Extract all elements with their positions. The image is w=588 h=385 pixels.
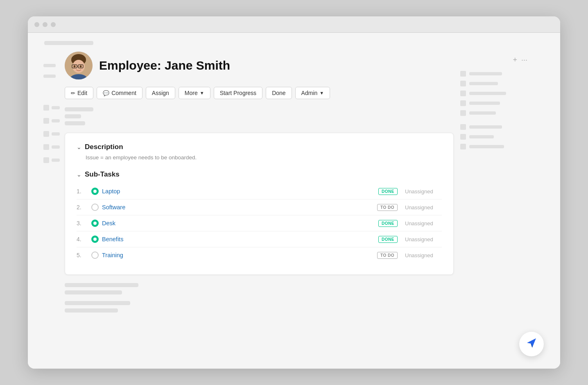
traffic-light-max[interactable] [51, 22, 56, 27]
subtask-name-2[interactable]: Software [102, 204, 374, 211]
subtask-num-3: 3. [77, 220, 88, 226]
page-header: Employee: Jane Smith [65, 52, 454, 79]
subtask-status-icon-1 [91, 188, 99, 195]
right-skel-row [460, 124, 527, 130]
page-title: Employee: Jane Smith [99, 59, 230, 72]
more-button[interactable]: More ▼ [179, 87, 210, 99]
top-skeleton-area [44, 41, 544, 45]
comment-label: Comment [111, 90, 136, 96]
subtask-name-5[interactable]: Training [102, 252, 374, 258]
subtask-name-1[interactable]: Laptop [102, 188, 375, 195]
avatar [65, 52, 93, 79]
more-label: More [185, 90, 198, 96]
admin-label: Admin [301, 90, 318, 96]
subtask-assignee-2: Unassigned [405, 204, 442, 211]
description-title: Description [85, 143, 123, 151]
skeleton-breadcrumb [44, 41, 93, 45]
traffic-light-close[interactable] [34, 22, 39, 27]
description-text: Issue = an employee needs to be onboarde… [86, 154, 442, 161]
fab-send-icon [526, 337, 537, 351]
table-row: 5. Training TO DO Unassigned [77, 247, 442, 263]
done-button[interactable]: Done [266, 87, 292, 99]
subtask-list: 1. Laptop DONE Unassigned 2. Software [77, 183, 442, 263]
sidebar-skel-7 [40, 157, 65, 163]
chevron-down-icon: ▼ [200, 91, 204, 95]
traffic-light-min[interactable] [43, 22, 47, 27]
subtask-status-icon-3 [91, 220, 99, 227]
main-card: ⌄ Description Issue = an employee needs … [65, 133, 454, 275]
status-badge-1: DONE [378, 188, 398, 195]
sidebar-skel-3 [40, 105, 65, 111]
subtasks-chevron-icon[interactable]: ⌄ [77, 171, 81, 178]
subtask-name-4[interactable]: Benefits [102, 236, 375, 242]
more-dots-icon[interactable]: ··· [521, 56, 527, 64]
subtask-assignee-3: Unassigned [405, 220, 442, 226]
edit-button[interactable]: ✏ Edit [65, 87, 93, 99]
right-skel-row [460, 100, 527, 106]
status-badge-3: DONE [378, 220, 398, 227]
right-sidebar: + ··· [454, 52, 527, 313]
description-section-header: ⌄ Description [77, 143, 442, 151]
status-badge-5: TO DO [377, 252, 398, 259]
chevron-down-admin-icon: ▼ [319, 91, 324, 95]
toolbar-skeleton [65, 107, 454, 125]
subtask-assignee-1: Unassigned [405, 188, 442, 195]
table-row: 4. Benefits DONE Unassigned [77, 231, 442, 247]
sidebar-skel-4 [40, 118, 65, 124]
done-label: Done [272, 90, 285, 96]
subtask-status-icon-5 [91, 251, 99, 259]
admin-button[interactable]: Admin ▼ [295, 87, 330, 99]
comment-icon: 💬 [103, 90, 109, 96]
browser-content: Employee: Jane Smith ✏ Edit 💬 Comment As… [28, 33, 560, 369]
subtask-num-1: 1. [77, 188, 88, 195]
bottom-skeleton [65, 283, 454, 294]
subtask-assignee-4: Unassigned [405, 236, 442, 242]
pencil-icon: ✏ [71, 90, 75, 96]
right-skel-row [460, 71, 527, 77]
subtask-assignee-5: Unassigned [405, 252, 442, 258]
right-skel-row [460, 110, 527, 116]
subtasks-section-header: ⌄ Sub-Tasks [77, 170, 442, 179]
plus-icon[interactable]: + [513, 56, 517, 64]
subtask-num-4: 4. [77, 236, 88, 242]
subtasks-title: Sub-Tasks [85, 170, 120, 179]
description-chevron-icon[interactable]: ⌄ [77, 144, 81, 150]
left-sidebar [40, 52, 65, 313]
subtask-status-icon-4 [91, 236, 99, 243]
fab-button[interactable] [519, 332, 544, 356]
subtask-status-icon-2 [91, 204, 99, 211]
right-skel-row [460, 81, 527, 86]
right-skel-row [460, 91, 527, 96]
comment-button[interactable]: 💬 Comment [97, 87, 142, 99]
start-progress-label: Start Progress [220, 90, 256, 96]
right-skel-row [460, 144, 527, 149]
edit-label: Edit [77, 90, 87, 96]
sidebar-skel-5 [40, 131, 65, 137]
right-skel-group-1 [460, 71, 527, 116]
sidebar-skel-2 [40, 75, 65, 78]
table-row: 3. Desk DONE Unassigned [77, 215, 442, 231]
subtask-num-5: 5. [77, 252, 88, 258]
browser-window: Employee: Jane Smith ✏ Edit 💬 Comment As… [28, 16, 560, 369]
table-row: 1. Laptop DONE Unassigned [77, 183, 442, 199]
right-side-actions: + ··· [460, 56, 527, 64]
subtasks-section: ⌄ Sub-Tasks 1. Laptop DONE Unassigned [77, 170, 442, 263]
browser-titlebar [28, 16, 560, 33]
sidebar-skel-6 [40, 144, 65, 150]
status-badge-4: DONE [378, 236, 398, 243]
subtask-name-3[interactable]: Desk [102, 220, 375, 226]
assign-label: Assign [152, 90, 169, 96]
page-title-text: Employee: Jane Smith [99, 59, 230, 72]
right-skel-row [460, 134, 527, 140]
svg-point-7 [80, 66, 82, 68]
assign-button[interactable]: Assign [146, 87, 175, 99]
subtask-num-2: 2. [77, 204, 88, 211]
bottom-skeleton-2 [65, 301, 454, 313]
svg-point-6 [74, 66, 76, 68]
start-progress-button[interactable]: Start Progress [214, 87, 262, 99]
right-skel-group-2 [460, 124, 527, 149]
table-row: 2. Software TO DO Unassigned [77, 199, 442, 215]
toolbar: ✏ Edit 💬 Comment Assign More ▼ [65, 87, 454, 99]
sidebar-skel-1 [40, 64, 65, 67]
center-content: Employee: Jane Smith ✏ Edit 💬 Comment As… [65, 52, 454, 313]
